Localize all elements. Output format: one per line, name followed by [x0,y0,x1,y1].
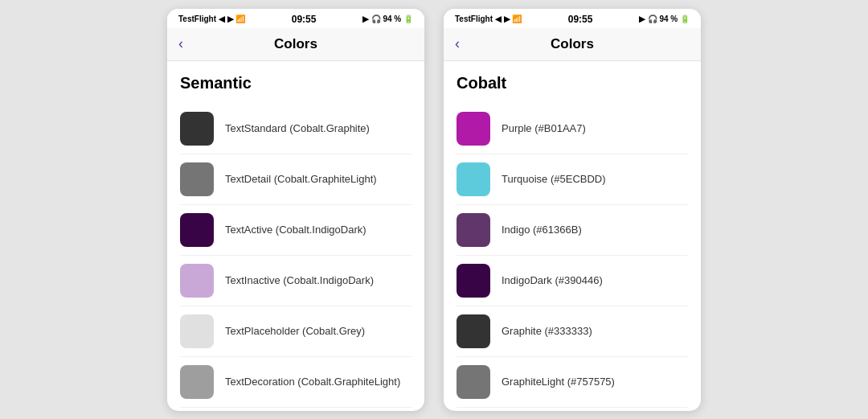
phone-1: TestFlight ◀ ▶ 📶 09:55 ▶ 🎧 94 % 🔋 ‹ Colo… [167,9,424,411]
status-bar-1: TestFlight ◀ ▶ 📶 09:55 ▶ 🎧 94 % 🔋 [167,9,424,28]
color-label: TextDetail (Cobalt.GraphiteLight) [225,173,377,185]
status-left-1: TestFlight ◀ ▶ 📶 [178,14,245,23]
color-swatch [457,365,490,399]
color-swatch [457,112,490,146]
color-item[interactable]: Turquoise (#5ECBDD) [457,154,688,205]
color-swatch [180,365,214,399]
carrier-1: TestFlight ◀ ▶ 📶 [178,14,245,23]
color-list-1: TextStandard (Cobalt.Graphite) TextDetai… [180,104,411,411]
color-swatch [180,162,214,196]
color-item[interactable]: TextActive (Cobalt.IndigoDark) [180,205,411,256]
color-swatch [180,213,214,247]
content-2: Cobalt Purple (#B01AA7) Turquoise (#5ECB… [444,61,701,411]
color-item[interactable]: TextStandard (Cobalt.Graphite) [180,104,411,154]
section-title-1: Semantic [180,74,411,92]
status-right-2: ▶ 🎧 94 % 🔋 [639,14,690,23]
nav-title-2: Colors [457,36,688,52]
status-left-2: TestFlight ◀ ▶ 📶 [455,14,522,23]
color-item[interactable]: GraphiteLight (#757575) [457,357,688,408]
back-button-1[interactable]: ‹ [178,35,183,52]
color-swatch [457,314,490,348]
color-item[interactable]: TextInactive (Cobalt.IndigoDark) [180,256,411,306]
nav-bar-1: ‹ Colors [167,28,424,61]
color-item[interactable]: TextDetail (Cobalt.GraphiteLight) [180,154,411,205]
phone-2: TestFlight ◀ ▶ 📶 09:55 ▶ 🎧 94 % 🔋 ‹ Colo… [444,9,701,411]
nav-bar-2: ‹ Colors [444,28,701,61]
color-swatch [180,264,214,298]
color-label: TextStandard (Cobalt.Graphite) [225,122,370,134]
color-label: Turquoise (#5ECBDD) [502,173,606,185]
color-label: TextInactive (Cobalt.IndigoDark) [225,274,374,286]
color-list-2: Purple (#B01AA7) Turquoise (#5ECBDD) Ind… [457,104,688,411]
color-swatch [457,264,490,298]
color-label: Indigo (#61366B) [502,224,582,236]
back-button-2[interactable]: ‹ [455,35,460,52]
phones-container: TestFlight ◀ ▶ 📶 09:55 ▶ 🎧 94 % 🔋 ‹ Colo… [167,9,701,411]
color-item[interactable]: Indigo (#61366B) [457,205,688,256]
status-bar-2: TestFlight ◀ ▶ 📶 09:55 ▶ 🎧 94 % 🔋 [444,9,701,28]
color-item[interactable]: TextPlaceholder (Cobalt.Grey) [180,306,411,357]
color-swatch [180,112,214,146]
content-1: Semantic TextStandard (Cobalt.Graphite) … [167,61,424,411]
nav-title-1: Colors [180,36,411,52]
color-label: TextDecoration (Cobalt.GraphiteLight) [225,376,400,388]
color-swatch [457,213,490,247]
color-label: TextPlaceholder (Cobalt.Grey) [225,325,365,337]
color-label: GraphiteLight (#757575) [502,376,615,388]
color-item[interactable]: TextDecoration (Cobalt.GraphiteLight) [180,357,411,408]
color-item[interactable]: Primary (Cobalt.IndigoDark) [180,408,411,411]
color-label: Graphite (#333333) [502,325,592,337]
color-label: IndigoDark (#390446) [502,274,603,286]
color-swatch [457,162,490,196]
time-2: 09:55 [568,14,593,25]
carrier-2: TestFlight ◀ ▶ 📶 [455,14,522,23]
color-label: Purple (#B01AA7) [502,122,586,134]
status-right-1: ▶ 🎧 94 % 🔋 [362,14,413,23]
color-item[interactable]: Purple (#B01AA7) [457,104,688,154]
color-label: TextActive (Cobalt.IndigoDark) [225,224,366,236]
color-item[interactable]: Graphite (#333333) [457,306,688,357]
color-item[interactable]: IndigoDark (#390446) [457,256,688,306]
color-item[interactable]: GreyDark (#A49DA7) [457,408,688,411]
section-title-2: Cobalt [457,74,688,92]
time-1: 09:55 [292,14,317,25]
color-swatch [180,314,214,348]
